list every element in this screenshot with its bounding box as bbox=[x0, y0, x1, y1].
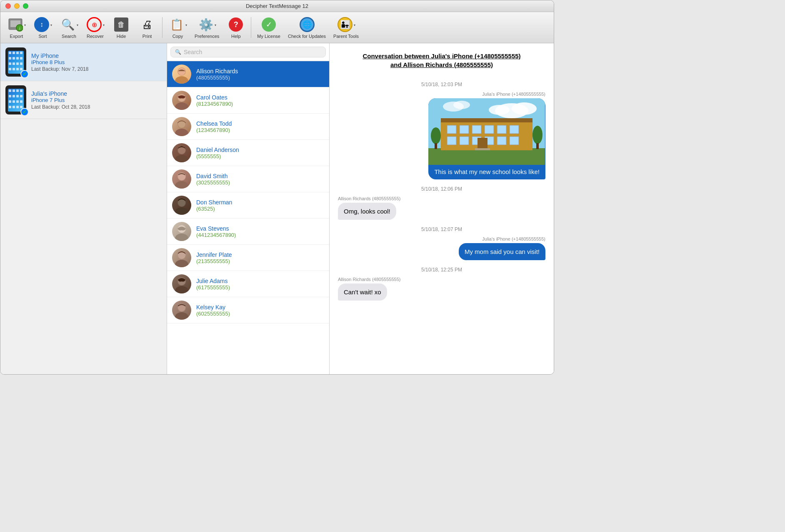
my-license-label: My License bbox=[257, 34, 280, 39]
message-timestamp: 5/10/18, 12:03 PM bbox=[338, 82, 545, 87]
svg-rect-49 bbox=[447, 137, 456, 145]
svg-point-14 bbox=[175, 155, 188, 162]
device-backup: Last Backup: Oct 28, 2018 bbox=[31, 104, 162, 110]
device-name: My iPhone bbox=[31, 52, 162, 59]
svg-rect-44 bbox=[460, 125, 469, 134]
export-arrow: ▾ bbox=[24, 23, 26, 27]
preferences-icon: ⚙️ bbox=[198, 16, 214, 33]
contact-name: Jennifer Plate bbox=[196, 251, 232, 258]
svg-rect-45 bbox=[472, 125, 481, 134]
avatar bbox=[172, 222, 191, 241]
message-row: My mom said you can visit! bbox=[338, 243, 545, 260]
contact-item[interactable]: Carol Oates (81234567890) bbox=[167, 87, 329, 114]
copy-button[interactable]: 📋 ▾ Copy bbox=[165, 15, 190, 40]
my-license-icon: ✓ bbox=[260, 16, 277, 33]
contact-details: Julie Adams (6175555555) bbox=[196, 278, 230, 291]
recover-button[interactable]: ⊕ ▾ Recover bbox=[82, 15, 108, 40]
hide-icon: 🗑 bbox=[113, 16, 130, 33]
separator-2 bbox=[251, 17, 251, 38]
conversation-header: Conversation between Julia's iPhone (+14… bbox=[338, 52, 545, 69]
contact-name: David Smith bbox=[196, 173, 230, 179]
search-label: Search bbox=[62, 34, 76, 39]
contact-details: Allison Richards (4805555555) bbox=[196, 68, 238, 81]
message-image-bubble: This is what my new school looks like! bbox=[428, 98, 545, 179]
contact-details: Daniel Anderson (5555555) bbox=[196, 147, 239, 159]
search-button[interactable]: 🔍 ▾ Search bbox=[56, 15, 82, 40]
message-row: This is what my new school looks like! bbox=[338, 98, 545, 179]
print-icon: 🖨 bbox=[139, 16, 155, 33]
maximize-button[interactable] bbox=[23, 3, 28, 9]
hide-button[interactable]: 🗑 Hide bbox=[109, 15, 134, 40]
my-license-button[interactable]: ✓ My License bbox=[254, 15, 284, 40]
svg-point-20 bbox=[175, 207, 188, 215]
contact-item[interactable]: Don Sherman (63525) bbox=[167, 192, 329, 219]
sort-label: Sort bbox=[38, 34, 47, 39]
svg-point-36 bbox=[512, 102, 537, 115]
contact-item[interactable]: Eva Stevens (441234567890) bbox=[167, 219, 329, 245]
contact-phone: (63525) bbox=[196, 206, 232, 212]
message-bubble: Can't wait! xo bbox=[338, 283, 387, 301]
export-icon: ↓ bbox=[7, 16, 24, 33]
avatar bbox=[172, 65, 191, 84]
window-title: Decipher TextMessage 12 bbox=[246, 3, 308, 9]
conversation-title: Conversation between Julia's iPhone (+14… bbox=[338, 52, 545, 69]
contact-item[interactable]: Chelsea Todd (1234567890) bbox=[167, 114, 329, 140]
sort-button[interactable]: ↕ ▾ Sort bbox=[30, 15, 55, 40]
sort-arrow: ▾ bbox=[50, 23, 52, 27]
device-info: Julia's iPhone iPhone 7 Plus Last Backup… bbox=[31, 90, 162, 110]
svg-point-12 bbox=[178, 120, 185, 128]
parent-tools-icon: 👨‍👧 bbox=[337, 16, 353, 33]
device-model: iPhone 8 Plus bbox=[31, 59, 162, 65]
svg-point-17 bbox=[175, 181, 188, 189]
close-button[interactable] bbox=[5, 3, 11, 9]
avatar bbox=[172, 169, 191, 189]
svg-point-6 bbox=[178, 68, 185, 75]
svg-point-32 bbox=[175, 312, 188, 320]
preferences-label: Preferences bbox=[195, 34, 219, 39]
print-button[interactable]: 🖨 Print bbox=[135, 15, 160, 40]
svg-point-58 bbox=[431, 127, 441, 144]
svg-point-23 bbox=[175, 234, 188, 241]
search-placeholder: Search bbox=[184, 49, 202, 55]
contact-item[interactable]: Julie Adams (6175555555) bbox=[167, 271, 329, 297]
device-phone-screen bbox=[8, 51, 24, 74]
contact-details: Eva Stevens (441234567890) bbox=[196, 225, 236, 238]
svg-rect-59 bbox=[435, 143, 437, 149]
contact-item[interactable]: Jennifer Plate (2135555555) bbox=[167, 245, 329, 271]
device-item[interactable]: Julia's iPhone iPhone 7 Plus Last Backup… bbox=[0, 81, 167, 119]
contact-item[interactable]: Allison Richards (4805555555) bbox=[167, 61, 329, 87]
svg-rect-54 bbox=[510, 137, 519, 145]
device-icon-wrap bbox=[5, 47, 26, 77]
contact-item[interactable]: David Smith (3025555555) bbox=[167, 166, 329, 192]
svg-rect-40 bbox=[428, 148, 545, 165]
message-bubble: My mom said you can visit! bbox=[459, 243, 545, 260]
preferences-button[interactable]: ⚙️ ▾ Preferences bbox=[191, 15, 222, 40]
avatar bbox=[172, 117, 191, 136]
window-controls[interactable] bbox=[5, 3, 28, 9]
svg-point-37 bbox=[489, 105, 510, 115]
copy-arrow: ▾ bbox=[185, 23, 187, 27]
search-input[interactable]: 🔍 Search bbox=[170, 47, 326, 57]
help-icon: ? bbox=[228, 16, 244, 33]
device-phone-screen bbox=[8, 89, 24, 112]
contact-phone: (3025555555) bbox=[196, 179, 230, 186]
devices-panel: My iPhone iPhone 8 Plus Last Backup: Nov… bbox=[0, 43, 167, 375]
minimize-button[interactable] bbox=[14, 3, 20, 9]
parent-tools-button[interactable]: 👨‍👧 ▾ Parent Tools bbox=[330, 15, 362, 40]
check-updates-button[interactable]: 🌐 Check for Updates bbox=[285, 15, 329, 40]
help-button[interactable]: ? Help bbox=[223, 15, 248, 40]
recover-label: Recover bbox=[87, 34, 104, 39]
device-item[interactable]: My iPhone iPhone 8 Plus Last Backup: Nov… bbox=[0, 43, 167, 81]
export-button[interactable]: ↓ ▾ Export bbox=[4, 15, 29, 40]
svg-rect-43 bbox=[447, 125, 456, 134]
avatar bbox=[172, 196, 191, 215]
contact-item[interactable]: Daniel Anderson (5555555) bbox=[167, 140, 329, 166]
avatar bbox=[172, 274, 191, 293]
checkmark-badge bbox=[20, 108, 29, 116]
message-timestamp: 5/10/18, 12:07 PM bbox=[338, 226, 545, 232]
contact-item[interactable]: Kelsey Kay (6025555555) bbox=[167, 297, 329, 323]
svg-rect-48 bbox=[510, 125, 519, 134]
main-layout: My iPhone iPhone 8 Plus Last Backup: Nov… bbox=[0, 43, 554, 375]
recover-icon: ⊕ bbox=[86, 16, 102, 33]
contact-phone: (2135555555) bbox=[196, 258, 232, 264]
